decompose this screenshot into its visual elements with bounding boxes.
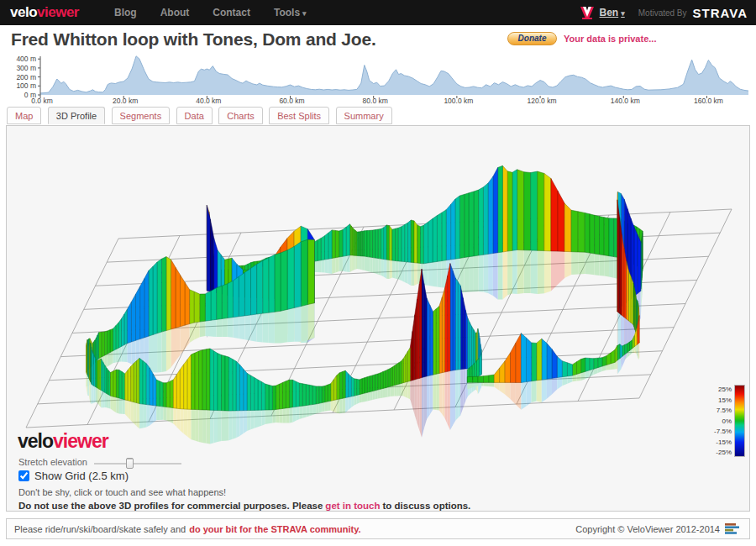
get-in-touch-link[interactable]: get in touch xyxy=(325,501,380,511)
veloviewer-page: veloviewer Blog About Contact Tools▾ Ben… xyxy=(0,0,756,546)
watermark-viewer: viewer xyxy=(53,430,108,452)
x-tick-label: 40.0 km xyxy=(196,97,221,105)
topbar-right: Ben▾ Motivated By STRAVA xyxy=(580,6,748,20)
user-menu[interactable]: Ben▾ xyxy=(600,7,625,18)
stretch-elevation-control: Stretch elevation xyxy=(18,457,181,469)
x-tick-label: 20.0 km xyxy=(113,97,138,105)
tab-bar: Map 3D Profile Segments Data Charts Best… xyxy=(0,106,756,125)
footer-right: Copyright © VeloViewer 2012-2014 xyxy=(575,522,742,535)
logo-viewer: viewer xyxy=(37,4,79,20)
slider-track[interactable] xyxy=(94,463,181,465)
legend-tick: 15% xyxy=(714,396,732,404)
route-walls xyxy=(87,165,643,411)
veloviewer-logo[interactable]: veloviewer xyxy=(10,4,79,21)
nav-blog[interactable]: Blog xyxy=(114,7,137,18)
legend-tick: 25% xyxy=(714,386,732,393)
x-tick-label: 140.0 km xyxy=(611,97,640,105)
donate-button[interactable]: Donate xyxy=(507,32,557,45)
top-navbar: veloviewer Blog About Contact Tools▾ Ben… xyxy=(0,0,756,25)
show-grid-checkbox[interactable] xyxy=(18,470,29,481)
copyright-text: Copyright © VeloViewer 2012-2014 xyxy=(575,524,720,534)
bar-chart-icon xyxy=(725,522,742,535)
warning-suffix: to discuss options. xyxy=(383,501,471,511)
veloviewer-v-icon xyxy=(580,7,594,19)
legend-tick: -15% xyxy=(714,438,732,446)
user-name: Ben xyxy=(600,7,619,18)
gradient-legend-labels: 25% 15% 7.5% 0% -7.5% -15% -25% xyxy=(714,385,734,457)
logo-velo: velo xyxy=(10,4,37,20)
3d-profile-canvas[interactable] xyxy=(7,126,749,511)
tab-summary[interactable]: Summary xyxy=(336,107,392,124)
x-tick-label: 60.0 km xyxy=(279,97,304,105)
x-tick-label: 160.0 km xyxy=(694,97,723,105)
tab-best-splits[interactable]: Best Splits xyxy=(269,107,329,124)
x-tick-label: 80.0 km xyxy=(363,97,388,105)
interaction-hint: Don't be shy, click or touch and see wha… xyxy=(18,487,226,497)
nav-tools-label: Tools xyxy=(274,7,300,18)
caret-down-icon: ▾ xyxy=(621,9,625,18)
legend-tick: 0% xyxy=(714,417,732,425)
privacy-link[interactable]: Your data is private... xyxy=(564,34,656,44)
legend-tick: -25% xyxy=(714,449,732,456)
nav-tools[interactable]: Tools▾ xyxy=(274,7,307,18)
motivated-by-label: Motivated By xyxy=(638,8,687,18)
legend-tick: 7.5% xyxy=(714,407,732,414)
strava-community-link[interactable]: do your bit for the STRAVA community. xyxy=(189,524,360,534)
caret-down-icon: ▾ xyxy=(302,9,307,18)
tab-data[interactable]: Data xyxy=(176,107,213,124)
3d-profile-panel: veloviewer Stretch elevation Show Grid (… xyxy=(6,125,750,512)
tab-map[interactable]: Map xyxy=(7,107,41,124)
y-tick-label: 400 m xyxy=(16,55,36,63)
show-grid-label: Show Grid (2.5 km) xyxy=(34,470,129,482)
stretch-elevation-slider[interactable] xyxy=(94,458,181,469)
nav-about[interactable]: About xyxy=(160,7,190,18)
x-tick-label: 120.0 km xyxy=(528,97,557,105)
legend-tick: -7.5% xyxy=(714,428,732,435)
nav-contact[interactable]: Contact xyxy=(213,7,250,18)
strava-logo[interactable]: STRAVA xyxy=(693,6,748,20)
x-tick-label: 100.0 km xyxy=(444,97,473,105)
veloviewer-watermark: veloviewer xyxy=(18,430,108,453)
y-tick-label: 200 m xyxy=(16,73,36,81)
stretch-elevation-label: Stretch elevation xyxy=(18,457,87,467)
x-tick-label: 0.0 km xyxy=(31,97,53,105)
top-nav: Blog About Contact Tools▾ xyxy=(114,7,307,18)
y-tick-label: 100 m xyxy=(16,81,36,90)
gradient-legend: 25% 15% 7.5% 0% -7.5% -15% -25% xyxy=(714,385,745,457)
tab-3d-profile[interactable]: 3D Profile xyxy=(48,107,105,124)
gradient-legend-bar xyxy=(734,385,745,457)
safety-text: Please ride/run/ski/board/skate safely a… xyxy=(14,524,186,534)
commercial-warning: Do not use the above 3D profiles for com… xyxy=(18,501,470,511)
watermark-velo: velo xyxy=(18,430,53,452)
warning-prefix: Do not use the above 3D profiles for com… xyxy=(18,501,323,511)
slider-handle[interactable] xyxy=(126,458,134,469)
tab-segments[interactable]: Segments xyxy=(112,107,171,124)
title-bar: Fred Whitton loop with Tones, Dom and Jo… xyxy=(0,25,756,52)
footer: Please ride/run/ski/board/skate safely a… xyxy=(6,518,750,539)
show-grid-control: Show Grid (2.5 km) xyxy=(18,470,129,482)
tab-charts[interactable]: Charts xyxy=(218,107,262,124)
elevation-profile-chart[interactable]: 0 m100 m200 m300 m400 m0.0 km20.0 km40.0… xyxy=(0,52,756,106)
y-tick-label: 300 m xyxy=(16,64,36,72)
